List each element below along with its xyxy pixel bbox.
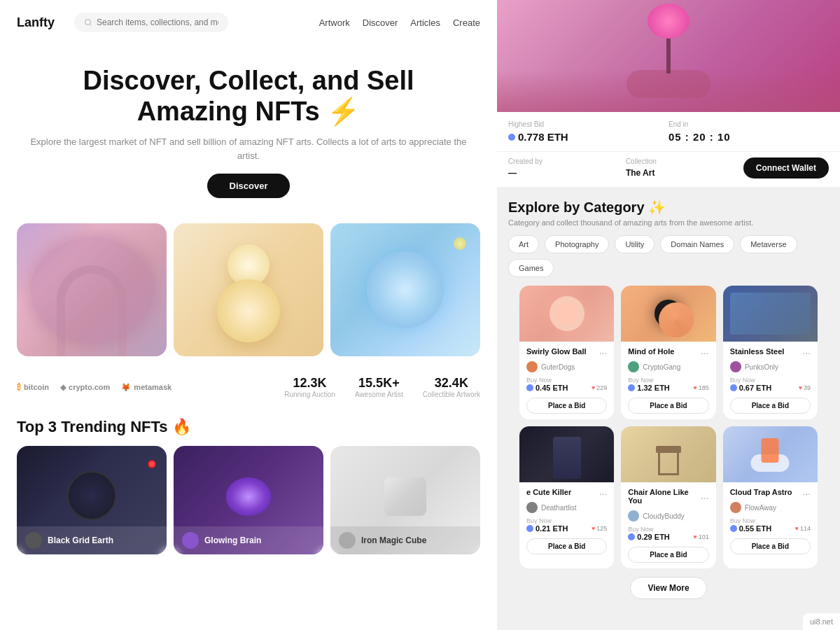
nav-links: Artwork Discover Articles Create (319, 18, 480, 28)
tc3-art (384, 477, 426, 516)
tc2-art (226, 477, 272, 516)
bid-strip: Highest Bid 0.778 ETH End in 05 : 20 : 1… (497, 112, 840, 152)
avatar-killer (526, 502, 538, 513)
svg-line-1 (90, 24, 91, 25)
collection-col: Collection The Art (626, 158, 743, 178)
tab-domain-names[interactable]: Domain Names (660, 235, 734, 253)
nft-img-chair (621, 426, 715, 482)
tree-top (648, 4, 690, 38)
left-panel: Lanfty Artwork Discover Articles Create … (0, 0, 497, 630)
right-panel: Highest Bid 0.778 ETH End in 05 : 20 : 1… (497, 0, 840, 630)
tc2-label: Glowing Brain (174, 526, 323, 554)
bid-btn-steel[interactable]: Place a Bid (730, 398, 811, 414)
category-subtitle: Category and collect thousand of amazing… (508, 218, 829, 227)
brand-logo: Lanfty (17, 15, 55, 30)
tab-art[interactable]: Art (508, 235, 539, 253)
trending-section: Top 3 Trending NFTs 🔥 Black Grid Earth (0, 407, 497, 554)
nft-card-killer[interactable]: e Cute Killer ··· Deathartlist Buy Now 0… (519, 426, 614, 568)
trending-title: Top 3 Trending NFTs 🔥 (17, 418, 480, 436)
stat-awesome-artist: 15.5K+ Awesome Artist (355, 376, 403, 398)
avatar-cloud (730, 502, 741, 513)
nft-grid-row1: Swirly Glow Ball ··· GuterDogs Buy Now 0… (508, 286, 829, 419)
nav-articles[interactable]: Articles (410, 18, 440, 28)
tc1-label: Black Grid Earth (17, 526, 167, 554)
nft-card-body-hole: Mind of Hole ··· CryptoGang Buy Now 1.32… (621, 342, 715, 419)
nft-card-cloud[interactable]: Cloud Trap Astro ··· FlowAway Buy Now 0.… (723, 426, 818, 568)
nft-card-swirly[interactable]: Swirly Glow Ball ··· GuterDogs Buy Now 0… (519, 286, 614, 419)
metamask-logo: 🦊metamask (121, 383, 172, 392)
featured-hero-card (497, 0, 840, 112)
tc2-avatar (182, 532, 199, 549)
discover-button[interactable]: Discover (207, 174, 290, 198)
tab-photography[interactable]: Photography (545, 235, 609, 253)
bid-btn-chair[interactable]: Place a Bid (628, 547, 708, 563)
tc1-orb (148, 460, 156, 468)
hero-images (0, 212, 497, 368)
avatar-chair (628, 510, 639, 522)
trending-card-1[interactable]: Black Grid Earth (17, 446, 167, 554)
orb-decoration-2 (217, 279, 280, 342)
view-more-button[interactable]: View More (630, 577, 706, 599)
small-moon (454, 237, 466, 250)
hero-title: Discover, Collect, and Sell Amazing NFTs… (28, 66, 469, 127)
tab-games[interactable]: Games (508, 259, 554, 277)
bitcoin-logo: ₿bitcoin (17, 383, 49, 391)
tab-metaverse[interactable]: Metaverse (740, 235, 797, 253)
more-btn-hole[interactable]: ··· (701, 347, 709, 358)
search-icon (84, 18, 92, 27)
nav-discover[interactable]: Discover (363, 18, 398, 28)
created-by-col: Created by — (508, 158, 626, 178)
nft-card-body-cloud: Cloud Trap Astro ··· FlowAway Buy Now 0.… (723, 482, 818, 560)
nav-create[interactable]: Create (453, 18, 480, 28)
hero-image-2 (174, 223, 323, 356)
more-btn-cloud[interactable]: ··· (802, 488, 811, 499)
created-strip: Created by — Collection The Art Connect … (497, 152, 840, 188)
nft-img-steel (723, 286, 818, 342)
more-btn-steel[interactable]: ··· (802, 347, 811, 358)
eth-icon (508, 134, 515, 141)
nft-card-hole[interactable]: Mind of Hole ··· CryptoGang Buy Now 1.32… (621, 286, 715, 419)
nft-img-swirly (519, 286, 614, 342)
nft-card-steel[interactable]: Stainless Steel ··· PunksOnly Buy Now 0.… (723, 286, 818, 419)
connect-wallet-button[interactable]: Connect Wallet (743, 158, 829, 178)
bid-btn-hole[interactable]: Place a Bid (628, 398, 708, 414)
avatar-hole (628, 361, 639, 372)
category-title: Explore by Category ✨ (508, 199, 829, 216)
nft-img-killer (519, 426, 614, 482)
more-btn-killer[interactable]: ··· (599, 488, 608, 499)
view-more-row: View More (508, 568, 829, 608)
more-btn-chair[interactable]: ··· (701, 492, 709, 503)
stat-running-auction: 12.3K Running Auction (284, 376, 335, 398)
partner-logos: ₿bitcoin ◈crypto.com 🦊metamask (17, 383, 172, 392)
tc3-avatar (339, 532, 356, 549)
bid-btn-killer[interactable]: Place a Bid (526, 538, 607, 554)
nft-card-chair[interactable]: Chair Alone Like You ··· CloudyBuddy Buy… (621, 426, 715, 568)
search-input[interactable] (97, 18, 218, 27)
navbar: Lanfty Artwork Discover Articles Create (0, 0, 497, 45)
nft-card-body-steel: Stainless Steel ··· PunksOnly Buy Now 0.… (723, 342, 818, 419)
avatar-swirly (526, 361, 538, 372)
category-tabs: Art Photography Utility Domain Names Met… (508, 235, 829, 277)
trending-card-3[interactable]: Iron Magic Cube (330, 446, 480, 554)
planet-decoration (367, 251, 444, 328)
nft-img-cloud (723, 426, 818, 482)
search-bar[interactable] (74, 13, 228, 32)
bid-btn-swirly[interactable]: Place a Bid (526, 398, 607, 414)
nft-card-body-swirly: Swirly Glow Ball ··· GuterDogs Buy Now 0… (519, 342, 614, 419)
stat-collectible: 32.4K Collectible Artwork (423, 376, 480, 398)
stats-row: ₿bitcoin ◈crypto.com 🦊metamask 12.3K Run… (0, 368, 497, 407)
trending-card-2[interactable]: Glowing Brain (174, 446, 323, 554)
nav-artwork[interactable]: Artwork (319, 18, 350, 28)
arch-decoration (57, 265, 127, 356)
category-section: Explore by Category ✨ Category and colle… (497, 188, 840, 615)
avatar-steel (730, 361, 741, 372)
crypto-logo: ◈crypto.com (60, 383, 110, 392)
island-base (626, 70, 710, 98)
bid-btn-cloud[interactable]: Place a Bid (730, 538, 811, 554)
tc1-avatar (25, 532, 42, 549)
nft-grid-row2: e Cute Killer ··· Deathartlist Buy Now 0… (508, 426, 829, 568)
more-btn-swirly[interactable]: ··· (599, 347, 608, 358)
tab-utility[interactable]: Utility (615, 235, 654, 253)
stats-numbers: 12.3K Running Auction 15.5K+ Awesome Art… (284, 376, 480, 398)
hero-image-3 (330, 223, 480, 356)
